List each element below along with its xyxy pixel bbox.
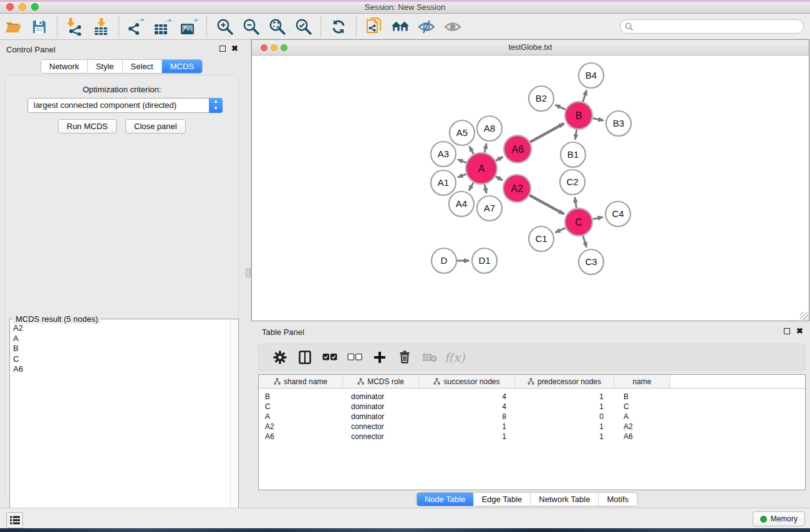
mcds-result-list[interactable]: A2ABCA6 <box>11 323 229 528</box>
unselect-all-columns-icon[interactable] <box>345 348 364 367</box>
column-header-successor-nodes[interactable]: successor nodes <box>419 375 515 388</box>
node-A4[interactable]: A4 <box>449 191 474 216</box>
eye-slash-icon[interactable] <box>417 17 436 36</box>
table-cell[interactable]: connector <box>343 432 419 442</box>
node-B2[interactable]: B2 <box>529 86 554 111</box>
table-cell[interactable]: 0 <box>515 412 614 422</box>
float-table-panel-icon[interactable] <box>784 328 790 334</box>
close-panel-icon[interactable]: ✖ <box>231 46 238 52</box>
table-row[interactable]: A6connector11A6 <box>259 432 805 442</box>
table-cell[interactable]: B <box>614 392 670 402</box>
memory-button[interactable]: Memory <box>753 511 805 526</box>
table-row[interactable]: Cdominator41C <box>259 402 805 412</box>
node-A[interactable]: A <box>466 153 497 184</box>
table-row[interactable]: Bdominator41B <box>259 392 805 402</box>
node-A6[interactable]: A6 <box>504 135 531 163</box>
node-C3[interactable]: C3 <box>579 249 604 274</box>
result-item[interactable]: B <box>11 344 229 354</box>
tab-node-table[interactable]: Node Table <box>417 493 474 506</box>
table-cell[interactable]: connector <box>343 422 419 432</box>
column-view-icon[interactable] <box>296 348 314 367</box>
edge-C-C4[interactable] <box>593 217 603 219</box>
column-header-name[interactable]: name <box>614 375 670 388</box>
open-session-icon[interactable] <box>4 17 22 36</box>
node-B1[interactable]: B1 <box>561 142 586 167</box>
table-cell[interactable]: A2 <box>259 422 343 432</box>
table-cell[interactable]: C <box>259 402 343 412</box>
export-image-icon[interactable] <box>180 17 198 36</box>
table-cell[interactable]: dominator <box>343 402 419 412</box>
column-header-predecessor-nodes[interactable]: predecessor nodes <box>515 375 614 388</box>
edge-B-B2[interactable] <box>556 105 566 109</box>
node-A2[interactable]: A2 <box>503 175 531 202</box>
table-row[interactable]: Adominator80A <box>259 412 805 422</box>
tab-edge-table[interactable]: Edge Table <box>473 493 531 506</box>
edge-A6-B[interactable] <box>530 123 564 142</box>
table-cell[interactable]: A2 <box>614 422 670 432</box>
edge-A2-C[interactable] <box>529 195 564 214</box>
table-cell[interactable]: dominator <box>343 392 419 402</box>
node-A3[interactable]: A3 <box>431 142 456 167</box>
function-builder-icon[interactable]: f(x) <box>445 348 464 367</box>
table-cell[interactable]: 1 <box>515 392 614 402</box>
table-cell[interactable]: 1 <box>419 422 515 432</box>
table-row[interactable]: A2connector11A2 <box>259 422 805 432</box>
search-field[interactable] <box>620 19 804 34</box>
table-cell[interactable]: 4 <box>419 392 515 402</box>
table-cell[interactable]: 1 <box>515 432 614 442</box>
table-cell[interactable]: 8 <box>419 412 515 422</box>
edge-C-C2[interactable] <box>575 198 577 208</box>
node-A1[interactable]: A1 <box>431 170 456 195</box>
run-mcds-button[interactable]: Run MCDS <box>58 119 117 133</box>
splitter-handle[interactable] <box>246 268 251 278</box>
node-B4[interactable]: B4 <box>579 63 604 88</box>
table-cell[interactable]: B <box>259 392 343 402</box>
delete-table-icon[interactable] <box>420 348 439 367</box>
duplicate-network-icon[interactable] <box>365 17 383 36</box>
edge-A-A2[interactable] <box>496 177 503 180</box>
edge-B-B1[interactable] <box>576 130 577 140</box>
network-window-titlebar[interactable]: testGlobe.txt <box>252 40 809 56</box>
edge-B-B4[interactable] <box>583 90 587 102</box>
node-D[interactable]: D <box>432 248 456 273</box>
column-header-shared-name[interactable]: shared name <box>259 375 343 388</box>
criterion-select[interactable]: largest connected component (directed) ▲… <box>27 98 223 113</box>
eye-icon[interactable] <box>443 17 462 36</box>
houses-icon[interactable] <box>391 17 410 36</box>
close-table-panel-icon[interactable]: ✖ <box>796 328 803 334</box>
search-input[interactable] <box>637 22 803 31</box>
float-panel-icon[interactable] <box>219 46 226 52</box>
zoom-selected-icon[interactable] <box>294 17 312 36</box>
result-scrollbar[interactable] <box>230 320 238 529</box>
edge-A-A3[interactable] <box>458 160 466 163</box>
table-cell[interactable]: dominator <box>343 412 419 422</box>
node-C2[interactable]: C2 <box>560 170 585 195</box>
zoom-in-icon[interactable] <box>215 17 234 36</box>
edge-A-A6[interactable] <box>496 157 503 161</box>
node-A5[interactable]: A5 <box>450 120 475 145</box>
close-panel-button[interactable]: Close panel <box>125 119 186 133</box>
result-item[interactable]: A6 <box>11 364 229 375</box>
table-cell[interactable]: 1 <box>515 422 614 432</box>
table-cell[interactable]: A <box>614 412 670 422</box>
result-item[interactable]: A <box>11 334 229 344</box>
create-column-plus-icon[interactable] <box>370 348 389 367</box>
table-cell[interactable]: 1 <box>419 432 515 442</box>
result-item[interactable]: C <box>11 354 229 365</box>
task-history-button[interactable] <box>6 512 23 528</box>
node-A7[interactable]: A7 <box>477 196 502 221</box>
node-A8[interactable]: A8 <box>477 116 502 141</box>
import-network-icon[interactable] <box>65 17 84 36</box>
edge-B-B3[interactable] <box>593 118 604 120</box>
refresh-icon[interactable] <box>329 17 348 36</box>
zoom-out-icon[interactable] <box>241 17 260 36</box>
table-settings-gear-icon[interactable] <box>271 348 289 367</box>
import-table-icon[interactable] <box>92 17 110 36</box>
export-table-icon[interactable] <box>153 17 172 36</box>
node-B[interactable]: B <box>565 102 592 129</box>
tab-motifs[interactable]: Motifs <box>599 493 637 506</box>
column-header-MCDS-role[interactable]: MCDS role <box>343 375 419 388</box>
edge-C-C3[interactable] <box>583 236 587 247</box>
table-cell[interactable]: 4 <box>419 402 515 412</box>
zoom-fit-icon[interactable] <box>268 17 286 36</box>
